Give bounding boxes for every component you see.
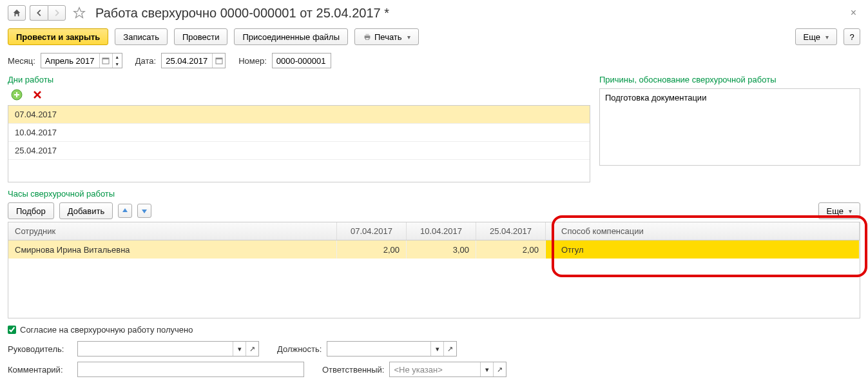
- list-item[interactable]: 10.04.2017: [8, 124, 590, 142]
- svg-rect-2: [365, 38, 369, 40]
- col-compensation[interactable]: Способ компенсации: [546, 222, 860, 240]
- comment-label: Комментарий:: [8, 365, 72, 375]
- responsible-input[interactable]: ▾ ↗: [389, 362, 506, 377]
- workdays-list[interactable]: 07.04.2017 10.04.2017 25.04.2017: [8, 105, 590, 182]
- workdays-title: Дни работы: [8, 75, 590, 84]
- consent-label: Согласие на сверхурочную работу получено: [20, 325, 193, 335]
- delete-day-button[interactable]: [31, 88, 44, 101]
- position-input[interactable]: ▾ ↗: [327, 341, 457, 357]
- cell-v2[interactable]: 3,00: [407, 240, 476, 259]
- date-label: Дата:: [135, 56, 156, 66]
- col-date3[interactable]: 25.04.2017: [476, 222, 546, 240]
- number-label: Номер:: [238, 56, 267, 66]
- cell-compensation[interactable]: Отгул: [546, 240, 860, 259]
- date-input[interactable]: [161, 53, 226, 68]
- month-input[interactable]: ▲ ▼: [41, 53, 122, 68]
- open-icon[interactable]: ↗: [246, 342, 258, 356]
- reasons-textarea[interactable]: [599, 88, 860, 166]
- pick-button[interactable]: Подбор: [8, 202, 54, 219]
- cell-employee[interactable]: Смирнова Ирина Витальевна: [8, 240, 337, 259]
- add-day-button[interactable]: [10, 88, 23, 101]
- page-title: Работа сверхурочно 0000-000001 от 25.04.…: [95, 6, 389, 21]
- reasons-title: Причины, обоснование сверхурочной работы: [599, 75, 860, 84]
- svg-rect-1: [365, 34, 369, 36]
- calendar-icon[interactable]: [99, 54, 112, 68]
- col-employee[interactable]: Сотрудник: [8, 222, 337, 240]
- number-input[interactable]: [272, 53, 331, 68]
- hours-grid[interactable]: Сотрудник 07.04.2017 10.04.2017 25.04.20…: [8, 222, 860, 318]
- svg-rect-6: [216, 58, 222, 59]
- position-label: Должность:: [277, 344, 322, 354]
- table-row[interactable]: Смирнова Ирина Витальевна 2,00 3,00 2,00…: [8, 240, 860, 259]
- back-button[interactable]: [30, 5, 48, 21]
- list-item[interactable]: 25.04.2017: [8, 142, 590, 160]
- comment-input[interactable]: [77, 362, 304, 377]
- col-date2[interactable]: 10.04.2017: [407, 222, 476, 240]
- consent-checkbox[interactable]: [8, 326, 16, 334]
- print-button[interactable]: Печать: [354, 28, 419, 45]
- move-down-button[interactable]: [137, 204, 151, 218]
- calendar-icon[interactable]: [212, 54, 225, 68]
- post-and-close-button[interactable]: Провести и закрыть: [8, 28, 108, 45]
- month-down[interactable]: ▼: [113, 61, 122, 68]
- forward-button[interactable]: [48, 5, 66, 21]
- manager-input[interactable]: ▾ ↗: [77, 341, 259, 357]
- close-button[interactable]: ×: [847, 6, 860, 20]
- move-up-button[interactable]: [118, 204, 132, 218]
- hours-title: Часы сверхурочной работы: [8, 189, 860, 199]
- hours-more-button[interactable]: Еще: [818, 202, 860, 219]
- month-up[interactable]: ▲: [113, 54, 122, 61]
- month-label: Месяц:: [8, 56, 35, 66]
- post-button[interactable]: Провести: [174, 28, 228, 45]
- cell-v3[interactable]: 2,00: [476, 240, 546, 259]
- printer-icon: [363, 32, 372, 41]
- home-button[interactable]: [8, 5, 26, 21]
- attachments-button[interactable]: Присоединенные файлы: [234, 28, 348, 45]
- manager-label: Руководитель:: [8, 344, 72, 354]
- open-icon[interactable]: ↗: [493, 362, 506, 376]
- open-icon[interactable]: ↗: [443, 342, 456, 356]
- more-button[interactable]: Еще: [795, 28, 837, 45]
- save-button[interactable]: Записать: [115, 28, 168, 45]
- help-button[interactable]: ?: [844, 28, 860, 45]
- svg-rect-4: [102, 58, 109, 59]
- list-item[interactable]: 07.04.2017: [8, 106, 590, 124]
- add-button[interactable]: Добавить: [59, 202, 113, 219]
- cell-v1[interactable]: 2,00: [337, 240, 407, 259]
- dropdown-icon[interactable]: ▾: [430, 342, 443, 356]
- dropdown-icon[interactable]: ▾: [480, 362, 493, 376]
- col-date1[interactable]: 07.04.2017: [337, 222, 407, 240]
- responsible-label: Ответственный:: [322, 365, 384, 375]
- dropdown-icon[interactable]: ▾: [233, 342, 246, 356]
- favorite-icon[interactable]: [72, 6, 86, 20]
